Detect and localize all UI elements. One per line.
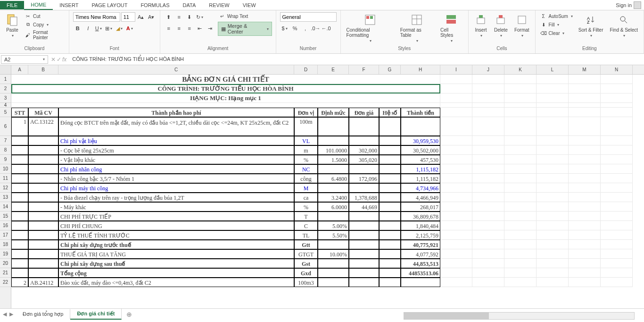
row-header[interactable]: 7 xyxy=(0,136,11,145)
row-header[interactable]: 8 xyxy=(0,145,11,155)
bold-button[interactable]: B xyxy=(73,24,83,33)
comma-button[interactable]: , xyxy=(301,24,310,33)
cell[interactable]: VL xyxy=(294,136,318,145)
cell[interactable]: 3.2400 xyxy=(318,193,349,202)
cell[interactable]: STT xyxy=(11,108,28,117)
cell[interactable]: C xyxy=(294,221,318,230)
tab-file[interactable]: FILE xyxy=(0,1,24,9)
cell[interactable] xyxy=(537,75,569,84)
percent-button[interactable]: % xyxy=(290,24,300,33)
cell[interactable]: BẢNG ĐƠN GIÁ CHI TIẾT xyxy=(11,75,440,84)
cell[interactable]: 30,502,000 xyxy=(401,145,440,155)
col-header[interactable]: G xyxy=(379,65,401,74)
tab-data[interactable]: DATA xyxy=(176,1,203,9)
cell[interactable]: 44,853,513 xyxy=(401,259,440,268)
font-color-button[interactable]: A▾ xyxy=(125,24,134,33)
autosum-button[interactable]: ΣAutoSum▾ xyxy=(539,12,574,20)
cell[interactable]: - Nhân công bậc 3,5/7 - Nhóm 1 xyxy=(58,174,294,183)
cell[interactable]: Đơn vị xyxy=(294,108,318,117)
cell[interactable]: 4,466,949 xyxy=(401,193,440,202)
col-header[interactable]: C xyxy=(58,65,294,74)
decrease-font-button[interactable]: A▾ xyxy=(147,12,156,22)
col-header[interactable]: A xyxy=(11,65,28,74)
cell[interactable]: 1 xyxy=(11,117,28,136)
row-header[interactable]: 19 xyxy=(0,249,11,259)
orientation-button[interactable]: ↻▾ xyxy=(195,12,205,22)
cell[interactable] xyxy=(504,75,537,84)
add-sheet-button[interactable]: ⊕ xyxy=(122,311,137,318)
cell[interactable] xyxy=(440,75,472,84)
italic-button[interactable]: I xyxy=(83,24,93,33)
align-center-button[interactable]: ≡ xyxy=(174,24,184,33)
row-header[interactable]: 11 xyxy=(0,174,11,183)
conditional-formatting-button[interactable]: Conditional Formatting▾ xyxy=(345,12,396,44)
row-header[interactable]: 18 xyxy=(0,240,11,249)
cell[interactable]: - Máy khác xyxy=(58,202,294,212)
col-header[interactable]: M xyxy=(569,65,601,74)
select-all-corner[interactable] xyxy=(0,65,11,75)
row-header[interactable]: 5 xyxy=(0,108,11,117)
cell[interactable]: Đóng cọc BTCT trên mặt đất, máy có đầu b… xyxy=(58,117,294,136)
cell[interactable]: CHI PHÍ TRỰC TIẾP xyxy=(58,212,294,221)
cell[interactable]: T xyxy=(294,212,318,221)
cell[interactable]: TỶ LỆ THUẾ TÍNH TRƯỚC xyxy=(58,230,294,240)
row-header[interactable]: 9 xyxy=(0,155,11,164)
align-right-button[interactable]: ≡ xyxy=(185,24,194,33)
cell[interactable]: 172,096 xyxy=(349,174,379,183)
cell[interactable]: % xyxy=(294,155,318,164)
cell[interactable]: 101.0000 xyxy=(318,145,349,155)
copy-button[interactable]: ⧉Copy▾ xyxy=(24,21,65,28)
spreadsheet-grid[interactable]: 1 2 3 4 5 6 7 8 9 10 11 12 13 14 15 16 1… xyxy=(0,65,644,309)
cell[interactable]: 1,115,182 xyxy=(401,174,440,183)
cell[interactable]: 36,809,678 xyxy=(401,212,440,221)
cell[interactable]: 2 xyxy=(11,278,28,287)
find-select-button[interactable]: Find & Select▾ xyxy=(608,12,640,39)
cell[interactable]: Chi phí xây dựng trước thuế xyxy=(58,240,294,249)
cell[interactable]: 4,734,966 xyxy=(401,183,440,193)
font-size-select[interactable] xyxy=(121,12,135,22)
cell[interactable]: GTGT xyxy=(294,249,318,259)
cell[interactable]: Chi phí xây dựng sau thuế xyxy=(58,259,294,268)
tab-review[interactable]: REVIEW xyxy=(202,1,236,9)
cell[interactable]: 4,077,592 xyxy=(401,249,440,259)
cell[interactable]: m xyxy=(294,145,318,155)
col-header[interactable]: E xyxy=(318,65,349,74)
font-name-select[interactable] xyxy=(73,12,120,22)
cell[interactable]: 2,125,759 xyxy=(401,230,440,240)
row-header[interactable]: 2 xyxy=(0,84,11,93)
horizontal-scrollbar[interactable] xyxy=(404,312,635,320)
cell[interactable]: Gtt xyxy=(294,240,318,249)
cell[interactable]: Chi phí nhân công xyxy=(58,164,294,174)
cell[interactable]: 1,840,484 xyxy=(401,221,440,230)
cell[interactable]: Hệ số xyxy=(379,108,401,117)
cell[interactable]: Thành phần hao phí xyxy=(58,108,294,117)
format-cells-button[interactable]: Format▾ xyxy=(512,12,531,39)
cell[interactable]: - Cọc bê tông 25x25cm xyxy=(58,145,294,155)
row-header[interactable]: 21 xyxy=(0,268,11,278)
dec-decimal-button[interactable]: ←.0 xyxy=(322,24,331,33)
merge-center-button[interactable]: ▦Merge & Center▾ xyxy=(218,22,272,36)
cell[interactable]: 305,020 xyxy=(349,155,379,164)
cell[interactable]: Thành tiền xyxy=(401,108,440,117)
cell[interactable]: - Búa diezel chạy trên ray - trọng lượng… xyxy=(58,193,294,202)
cell[interactable]: 1.5000 xyxy=(318,155,349,164)
row-header[interactable]: 10 xyxy=(0,164,11,174)
next-sheet-icon[interactable]: ▶ xyxy=(9,311,13,317)
cell[interactable]: 44853513.06 xyxy=(401,268,440,278)
col-header[interactable]: J xyxy=(472,65,504,74)
cell[interactable]: CÔNG TRÌNH: TRƯỜNG TIỂU HỌC HÒA BÌNH xyxy=(11,84,440,93)
clear-button[interactable]: ⌫Clear▾ xyxy=(539,29,574,37)
prev-sheet-icon[interactable]: ◀ xyxy=(3,311,7,317)
sheet-tab[interactable]: Đơn giá chi tiết xyxy=(70,309,122,320)
cell[interactable]: Mã CV xyxy=(28,108,58,117)
tab-insert[interactable]: INSERT xyxy=(53,1,85,9)
col-header[interactable]: L xyxy=(537,65,569,74)
cell[interactable]: Định mức xyxy=(318,108,349,117)
row-header[interactable]: 1 xyxy=(0,75,11,84)
currency-button[interactable]: $▾ xyxy=(280,24,289,33)
tab-formulas[interactable]: FORMULAS xyxy=(134,1,176,9)
row-header[interactable]: 12 xyxy=(0,183,11,193)
cell-styles-button[interactable]: Cell Styles▾ xyxy=(438,12,464,44)
row-header[interactable]: 20 xyxy=(0,259,11,268)
cell[interactable]: 40,775,921 xyxy=(401,240,440,249)
